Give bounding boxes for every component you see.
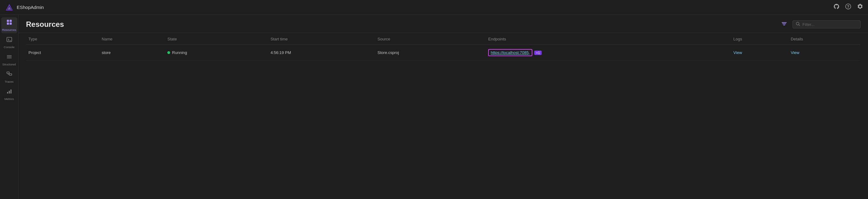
filter-input[interactable] bbox=[802, 22, 857, 27]
svg-rect-19 bbox=[9, 91, 9, 93]
svg-rect-8 bbox=[9, 23, 12, 25]
filter-icon-button[interactable] bbox=[779, 20, 789, 29]
header-right: ? bbox=[833, 3, 863, 11]
content-area: Resources bbox=[19, 15, 868, 199]
status-dot-running bbox=[167, 51, 170, 54]
content-header-right bbox=[779, 20, 861, 29]
svg-rect-9 bbox=[7, 37, 12, 42]
svg-rect-20 bbox=[10, 89, 11, 93]
col-start-time: Start time bbox=[268, 33, 375, 45]
app-logo bbox=[5, 3, 13, 12]
svg-text:?: ? bbox=[847, 5, 849, 9]
svg-rect-14 bbox=[7, 72, 9, 73]
col-type: Type bbox=[26, 33, 99, 45]
status-badge: Running bbox=[167, 50, 187, 55]
page-title: Resources bbox=[26, 20, 64, 29]
sidebar-item-traces-label: Traces bbox=[5, 80, 13, 83]
help-icon[interactable]: ? bbox=[845, 3, 851, 11]
resources-table: Type Name State Start time Source Endpoi… bbox=[26, 33, 861, 61]
top-header: EShopAdmin ? bbox=[0, 0, 868, 15]
traces-icon bbox=[6, 71, 12, 79]
svg-rect-5 bbox=[7, 20, 9, 22]
main-layout: Resources Console Structured bbox=[0, 15, 868, 199]
settings-icon[interactable] bbox=[857, 3, 863, 11]
svg-rect-6 bbox=[9, 20, 12, 22]
svg-rect-18 bbox=[7, 92, 8, 93]
cell-start-time: 4:56:19 PM bbox=[268, 45, 375, 61]
cell-source: Store.csproj bbox=[375, 45, 486, 61]
cell-details: View bbox=[788, 45, 861, 61]
search-icon bbox=[796, 22, 800, 27]
endpoint-cell: https://localhost:7085, +1 bbox=[488, 49, 728, 56]
structured-icon bbox=[6, 54, 12, 62]
console-icon bbox=[6, 36, 12, 44]
cell-state: Running bbox=[165, 45, 268, 61]
svg-line-25 bbox=[799, 25, 800, 26]
sidebar-item-resources[interactable]: Resources bbox=[1, 17, 17, 33]
cell-endpoints: https://localhost:7085, +1 bbox=[486, 45, 731, 61]
logs-view-link[interactable]: View bbox=[734, 50, 742, 55]
table-row: Project store Running 4:56:19 PM Store.c… bbox=[26, 45, 861, 61]
status-label: Running bbox=[172, 50, 187, 55]
sidebar-item-metrics-label: Metrics bbox=[4, 97, 14, 101]
endpoint-link[interactable]: https://localhost:7085, bbox=[491, 50, 530, 55]
metrics-icon bbox=[6, 88, 12, 96]
sidebar-item-traces[interactable]: Traces bbox=[1, 69, 17, 85]
table-wrapper: Type Name State Start time Source Endpoi… bbox=[19, 33, 868, 199]
cell-name: store bbox=[99, 45, 165, 61]
sidebar-item-resources-label: Resources bbox=[2, 28, 16, 32]
svg-rect-15 bbox=[9, 74, 12, 75]
sidebar-item-structured[interactable]: Structured bbox=[1, 52, 17, 68]
resources-icon bbox=[6, 19, 12, 27]
filter-input-wrapper bbox=[793, 21, 861, 28]
table-header-row: Type Name State Start time Source Endpoi… bbox=[26, 33, 861, 45]
content-header: Resources bbox=[19, 15, 868, 33]
col-endpoints: Endpoints bbox=[486, 33, 731, 45]
sidebar-item-structured-label: Structured bbox=[2, 63, 16, 66]
endpoint-box: https://localhost:7085, bbox=[488, 49, 532, 56]
app-title: EShopAdmin bbox=[17, 5, 44, 10]
cell-logs: View bbox=[731, 45, 788, 61]
col-logs: Logs bbox=[731, 33, 788, 45]
github-icon[interactable] bbox=[833, 3, 840, 11]
col-state: State bbox=[165, 33, 268, 45]
header-left: EShopAdmin bbox=[5, 3, 44, 12]
details-view-link[interactable]: View bbox=[790, 50, 799, 55]
col-details: Details bbox=[788, 33, 861, 45]
svg-rect-7 bbox=[7, 23, 9, 25]
sidebar-item-console-label: Console bbox=[4, 45, 14, 49]
col-source: Source bbox=[375, 33, 486, 45]
sidebar: Resources Console Structured bbox=[0, 15, 19, 199]
sidebar-item-console[interactable]: Console bbox=[1, 35, 17, 51]
cell-type: Project bbox=[26, 45, 99, 61]
col-name: Name bbox=[99, 33, 165, 45]
sidebar-item-metrics[interactable]: Metrics bbox=[1, 86, 17, 103]
endpoint-extra-badge[interactable]: +1 bbox=[534, 51, 542, 55]
